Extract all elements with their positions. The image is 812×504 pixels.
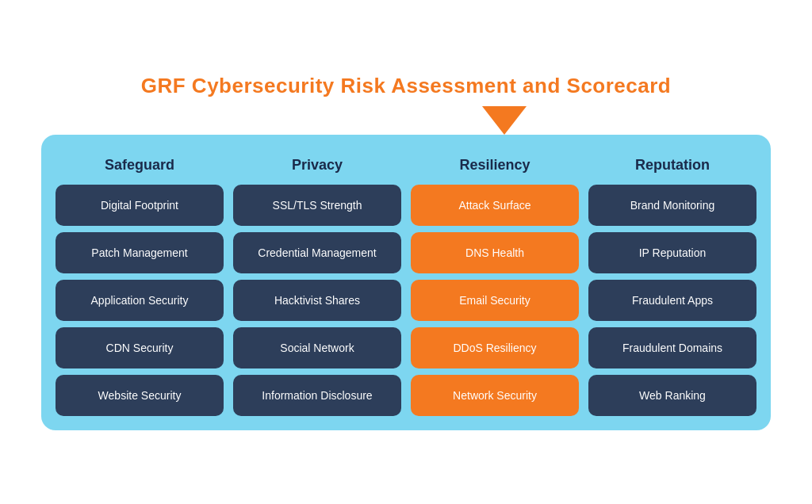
item-privacy-3[interactable]: Social Network bbox=[233, 327, 401, 368]
item-safeguard-1[interactable]: Patch Management bbox=[56, 232, 224, 273]
columns-wrapper: SafeguardDigital FootprintPatch Manageme… bbox=[56, 149, 756, 416]
item-reputation-3[interactable]: Fraudulent Domains bbox=[588, 327, 756, 368]
items-list-privacy: SSL/TLS StrengthCredential ManagementHac… bbox=[233, 185, 401, 416]
column-header-resiliency: Resiliency bbox=[411, 149, 579, 185]
item-privacy-0[interactable]: SSL/TLS Strength bbox=[233, 185, 401, 226]
item-safeguard-4[interactable]: Website Security bbox=[56, 375, 224, 416]
item-resiliency-4[interactable]: Network Security bbox=[411, 375, 579, 416]
item-resiliency-2[interactable]: Email Security bbox=[411, 280, 579, 321]
item-safeguard-0[interactable]: Digital Footprint bbox=[56, 185, 224, 226]
column-header-safeguard: Safeguard bbox=[56, 149, 224, 185]
item-resiliency-0[interactable]: Attack Surface bbox=[411, 185, 579, 226]
item-reputation-2[interactable]: Fraudulent Apps bbox=[588, 280, 756, 321]
item-reputation-1[interactable]: IP Reputation bbox=[588, 232, 756, 273]
main-title: GRF Cybersecurity Risk Assessment and Sc… bbox=[141, 74, 671, 98]
scorecard-container: SafeguardDigital FootprintPatch Manageme… bbox=[41, 135, 771, 430]
arrow-indicator bbox=[482, 106, 527, 135]
item-resiliency-3[interactable]: DDoS Resiliency bbox=[411, 327, 579, 368]
item-privacy-2[interactable]: Hacktivist Shares bbox=[233, 280, 401, 321]
item-reputation-0[interactable]: Brand Monitoring bbox=[588, 185, 756, 226]
items-list-safeguard: Digital FootprintPatch ManagementApplica… bbox=[56, 185, 224, 416]
page-wrapper: GRF Cybersecurity Risk Assessment and Sc… bbox=[25, 58, 787, 446]
column-reputation: ReputationBrand MonitoringIP ReputationF… bbox=[588, 149, 756, 416]
column-privacy: PrivacySSL/TLS StrengthCredential Manage… bbox=[233, 149, 401, 416]
column-header-privacy: Privacy bbox=[233, 149, 401, 185]
items-list-resiliency: Attack SurfaceDNS HealthEmail SecurityDD… bbox=[411, 185, 579, 416]
column-safeguard: SafeguardDigital FootprintPatch Manageme… bbox=[56, 149, 224, 416]
column-header-reputation: Reputation bbox=[588, 149, 756, 185]
items-list-reputation: Brand MonitoringIP ReputationFraudulent … bbox=[588, 185, 756, 416]
item-privacy-1[interactable]: Credential Management bbox=[233, 232, 401, 273]
item-resiliency-1[interactable]: DNS Health bbox=[411, 232, 579, 273]
item-safeguard-3[interactable]: CDN Security bbox=[56, 327, 224, 368]
item-privacy-4[interactable]: Information Disclosure bbox=[233, 375, 401, 416]
column-resiliency: ResiliencyAttack SurfaceDNS HealthEmail … bbox=[411, 149, 579, 416]
item-safeguard-2[interactable]: Application Security bbox=[56, 280, 224, 321]
item-reputation-4[interactable]: Web Ranking bbox=[588, 375, 756, 416]
